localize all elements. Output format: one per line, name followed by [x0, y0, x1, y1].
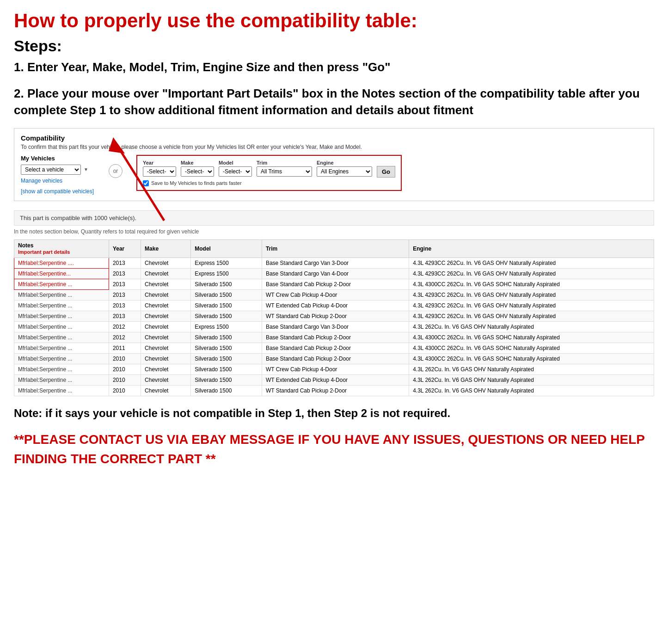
contact-text: **PLEASE CONTACT US VIA EBAY MESSAGE IF …: [14, 430, 654, 469]
trim-cell: Base Standard Cab Pickup 2-Door: [262, 279, 409, 289]
table-row: Mfrlabel:Serpentine... 2013 Chevrolet Ex…: [14, 268, 654, 279]
model-cell: Silverado 1500: [191, 353, 262, 364]
notes-cell: Mfrlabel:Serpentine ...: [14, 321, 109, 332]
year-cell: 2013: [109, 289, 141, 300]
notes-cell: Mfrlabel:Serpentine ...: [14, 343, 109, 353]
engine-cell: 4.3L 262Cu. In. V6 GAS OHV Naturally Asp…: [409, 321, 654, 332]
col-header-notes: Notes Important part details: [14, 239, 109, 258]
table-row: Mfrlabel:Serpentine ... 2012 Chevrolet S…: [14, 332, 654, 343]
compatibility-wrapper: Compatibility To confirm that this part …: [14, 128, 654, 396]
engine-cell: 4.3L 4293CC 262Cu. In. V6 GAS OHV Natura…: [409, 311, 654, 321]
year-cell: 2010: [109, 374, 141, 385]
trim-cell: WT Standard Cab Pickup 2-Door: [262, 311, 409, 321]
trim-select[interactable]: All Trims: [257, 166, 312, 177]
compat-subtitle: To confirm that this part fits your vehi…: [21, 144, 647, 150]
col-header-model: Model: [191, 239, 262, 258]
make-label: Make: [181, 160, 214, 166]
or-circle: or: [109, 164, 123, 178]
save-row: Save to My Vehicles to finds parts faste…: [143, 180, 395, 186]
model-select[interactable]: -Select-: [219, 166, 252, 177]
select-vehicle-dropdown[interactable]: Select a vehicle: [21, 165, 81, 175]
year-cell: 2012: [109, 332, 141, 343]
make-cell: Chevrolet: [141, 321, 191, 332]
notes-cell: Mfrlabel:Serpentine ...: [14, 374, 109, 385]
engine-label: Engine: [317, 160, 372, 166]
model-cell: Silverado 1500: [191, 364, 262, 374]
table-row: Mfrlabel:Serpentine ... 2010 Chevrolet S…: [14, 385, 654, 396]
main-title: How to properly use the compatibility ta…: [14, 9, 654, 32]
table-row: Mfrlabel:Serpentine ... 2010 Chevrolet S…: [14, 353, 654, 364]
make-select[interactable]: -Select-: [181, 166, 214, 177]
compatibility-table: Notes Important part details Year Make M…: [14, 239, 654, 396]
save-label: Save to My Vehicles to finds parts faste…: [151, 180, 242, 186]
year-make-row: Year -Select- Make -Select- Model: [143, 159, 395, 178]
table-row: Mfrlabel:Serpentine ... 2013 Chevrolet S…: [14, 279, 654, 289]
quantity-note: In the notes section below, Quantity ref…: [14, 228, 654, 235]
engine-cell: 4.3L 4293CC 262Cu. In. V6 GAS OHV Natura…: [409, 289, 654, 300]
make-cell: Chevrolet: [141, 311, 191, 321]
year-cell: 2013: [109, 311, 141, 321]
note-text: Note: if it says your vehicle is not com…: [14, 405, 654, 421]
make-cell: Chevrolet: [141, 364, 191, 374]
notes-cell: Mfrlabel:Serpentine ...: [14, 311, 109, 321]
model-cell: Silverado 1500: [191, 311, 262, 321]
engine-cell: 4.3L 4300CC 262Cu. In. V6 GAS SOHC Natur…: [409, 279, 654, 289]
make-cell: Chevrolet: [141, 332, 191, 343]
make-cell: Chevrolet: [141, 258, 191, 268]
go-button[interactable]: Go: [377, 166, 395, 178]
table-row: Mfrlabel:Serpentine ... 2011 Chevrolet S…: [14, 343, 654, 353]
year-cell: 2013: [109, 279, 141, 289]
model-cell: Express 1500: [191, 321, 262, 332]
trim-label: Trim: [257, 160, 312, 166]
trim-cell: Base Standard Cab Pickup 2-Door: [262, 332, 409, 343]
year-make-section: Year -Select- Make -Select- Model: [136, 155, 402, 191]
engine-cell: 4.3L 4293CC 262Cu. In. V6 GAS OHV Natura…: [409, 258, 654, 268]
model-label: Model: [219, 160, 252, 166]
make-cell: Chevrolet: [141, 268, 191, 279]
model-field-group: Model -Select-: [219, 160, 252, 177]
engine-cell: 4.3L 4300CC 262Cu. In. V6 GAS SOHC Natur…: [409, 343, 654, 353]
model-cell: Silverado 1500: [191, 343, 262, 353]
model-cell: Silverado 1500: [191, 300, 262, 311]
make-cell: Chevrolet: [141, 289, 191, 300]
model-cell: Express 1500: [191, 258, 262, 268]
save-checkbox[interactable]: [143, 180, 149, 186]
model-cell: Express 1500: [191, 268, 262, 279]
year-cell: 2010: [109, 364, 141, 374]
notes-cell: Mfrlabel:Serpentine ...: [14, 385, 109, 396]
dropdown-arrow-icon: ▼: [84, 167, 88, 172]
engine-select[interactable]: All Engines: [317, 166, 372, 177]
steps-heading: Steps:: [14, 37, 654, 55]
trim-cell: Base Standard Cargo Van 3-Door: [262, 321, 409, 332]
engine-cell: 4.3L 4293CC 262Cu. In. V6 GAS OHV Natura…: [409, 268, 654, 279]
col-header-make: Make: [141, 239, 191, 258]
model-cell: Silverado 1500: [191, 385, 262, 396]
compat-title: Compatibility: [21, 134, 647, 142]
make-cell: Chevrolet: [141, 300, 191, 311]
trim-cell: WT Crew Cab Pickup 4-Door: [262, 364, 409, 374]
model-cell: Silverado 1500: [191, 279, 262, 289]
manage-vehicles-link[interactable]: Manage vehicles: [21, 178, 95, 184]
year-cell: 2010: [109, 385, 141, 396]
engine-cell: 4.3L 4300CC 262Cu. In. V6 GAS SOHC Natur…: [409, 353, 654, 364]
trim-cell: Base Standard Cargo Van 4-Door: [262, 268, 409, 279]
trim-cell: WT Extended Cab Pickup 4-Door: [262, 374, 409, 385]
engine-cell: 4.3L 262Cu. In. V6 GAS OHV Naturally Asp…: [409, 385, 654, 396]
make-cell: Chevrolet: [141, 343, 191, 353]
notes-cell: Mfrlabel:Serpentine ....: [14, 258, 109, 268]
notes-cell: Mfrlabel:Serpentine ...: [14, 332, 109, 343]
table-row: Mfrlabel:Serpentine .... 2013 Chevrolet …: [14, 258, 654, 268]
year-cell: 2013: [109, 300, 141, 311]
trim-field-group: Trim All Trims: [257, 160, 312, 177]
model-cell: Silverado 1500: [191, 289, 262, 300]
engine-cell: 4.3L 262Cu. In. V6 GAS OHV Naturally Asp…: [409, 364, 654, 374]
make-cell: Chevrolet: [141, 279, 191, 289]
year-select[interactable]: -Select-: [143, 166, 176, 177]
my-vehicles-label: My Vehicles: [21, 155, 95, 162]
year-cell: 2013: [109, 258, 141, 268]
show-all-link[interactable]: [show all compatible vehicles]: [21, 188, 94, 195]
table-row: Mfrlabel:Serpentine ... 2013 Chevrolet S…: [14, 300, 654, 311]
table-row: Mfrlabel:Serpentine ... 2010 Chevrolet S…: [14, 364, 654, 374]
year-cell: 2012: [109, 321, 141, 332]
year-cell: 2011: [109, 343, 141, 353]
